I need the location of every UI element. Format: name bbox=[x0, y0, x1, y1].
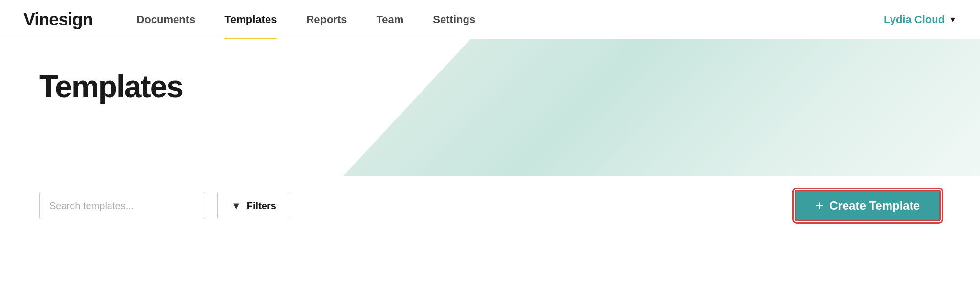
navbar: Vinesign Documents Templates Reports Tea… bbox=[0, 0, 980, 39]
toolbar: ▼ Filters + Create Template bbox=[0, 176, 980, 235]
nav-item-settings[interactable]: Settings bbox=[418, 0, 490, 39]
plus-icon: + bbox=[816, 198, 824, 213]
filters-label: Filters bbox=[247, 200, 276, 212]
nav-item-documents[interactable]: Documents bbox=[122, 0, 210, 39]
filters-button[interactable]: ▼ Filters bbox=[217, 192, 290, 219]
search-input[interactable] bbox=[39, 192, 205, 219]
chevron-down-icon: ▼ bbox=[949, 15, 957, 24]
user-name: Lydia Cloud bbox=[884, 13, 945, 26]
user-menu[interactable]: Lydia Cloud ▼ bbox=[884, 13, 957, 26]
logo[interactable]: Vinesign bbox=[23, 9, 92, 30]
nav-item-reports[interactable]: Reports bbox=[291, 0, 361, 39]
nav-item-templates[interactable]: Templates bbox=[210, 0, 291, 39]
filter-icon: ▼ bbox=[231, 200, 241, 212]
nav-links: Documents Templates Reports Team Setting… bbox=[122, 0, 884, 39]
hero-section: Templates bbox=[0, 39, 980, 176]
nav-item-team[interactable]: Team bbox=[362, 0, 419, 39]
create-template-label: Create Template bbox=[829, 199, 920, 212]
page-title: Templates bbox=[39, 69, 941, 105]
create-template-button[interactable]: + Create Template bbox=[795, 190, 941, 221]
hero-content: Templates bbox=[0, 39, 980, 134]
